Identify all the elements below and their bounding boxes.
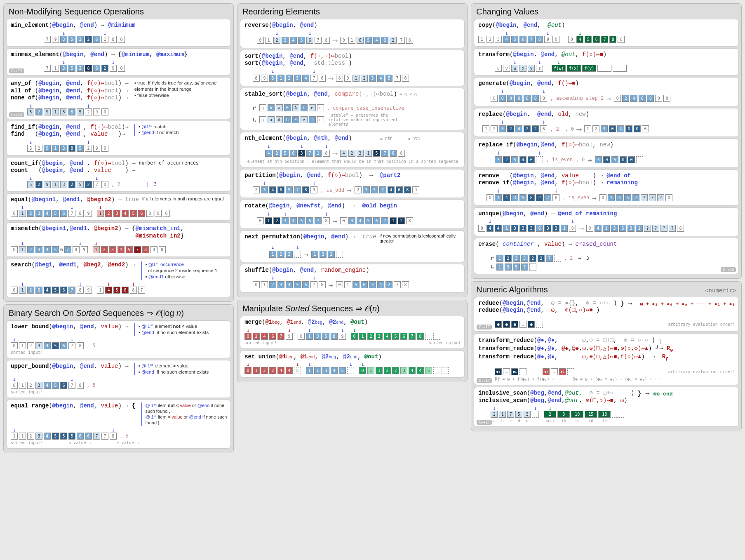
viz-min-element: ↓↓ 7935326180	[44, 36, 227, 43]
card-stable-sort: stable_sort(@begin, @end, compare(○,○)↦b…	[240, 88, 465, 131]
section-nonmodifying: Non-Modifying Sequence Operations min_el…	[3, 3, 234, 302]
card-erase: erase( container , value) → erased_count…	[474, 238, 739, 274]
card-inclusive-scan: inclusive_scan(@beg,@end,@out, ⊕ = □+○ )…	[474, 387, 739, 427]
card-equal: equal(@begin1, @end1, @begin2) → true if…	[6, 193, 231, 221]
card-sort: sort(@begin, @end, f(○,○)↦bool) sort(@be…	[240, 50, 465, 86]
card-transform: transform(@begin, @end, @out, f(○)↦■) ↓↓…	[474, 48, 739, 76]
card-minmax-element: minmax_element(@begin, @end) → {@minimum…	[6, 48, 231, 76]
card-equal-range: equal_range(@begin, @end, value) → { @ 1…	[6, 400, 231, 449]
col-left: Non-Modifying Sequence Operations min_el…	[3, 3, 234, 453]
card-min-element: min_element(@begin, @end) → @minimum ↓↓ …	[6, 19, 231, 47]
section-title: Non-Modifying Sequence Operations	[6, 6, 231, 19]
section-changing-values: Changing Values copy(@begin, @end, @out)…	[471, 3, 742, 279]
cheatsheet: Non-Modifying Sequence Operations min_el…	[3, 3, 742, 453]
card-count: count_if(@begin, @end , f(○)↦bool) → cou…	[6, 157, 231, 192]
card-find: find_if(@begin, @end , f(○)↦bool)→ find …	[6, 121, 231, 155]
card-reverse: reverse(@begin, @end) ↓↓ 012345678 ⟶ 016…	[240, 19, 465, 48]
note-true: true, if f yields true for any, all or n…	[134, 80, 217, 92]
card-unique: unique(@begin, @end) → @end_of_remaining…	[474, 207, 739, 237]
card-any-all-none: any_of (@begin, @end, f(○)↦bool) → all_o…	[6, 77, 231, 119]
col-mid: Reordering Elements reverse(@begin, @end…	[237, 3, 468, 453]
card-merge: merge(@1beg, @1end, @2beg, @2end, @out) …	[240, 316, 465, 349]
section-binsearch: Binary Search On Sorted Sequences ⇒ 𝒪(lo…	[3, 304, 234, 453]
card-replace-if: replace_if(@begin,@end, f(○)↦bool, new) …	[474, 139, 739, 168]
col-right: Changing Values copy(@begin, @end, @out)…	[471, 3, 742, 453]
card-rotate: rotate(@begin, @newfst, @end) → @old_beg…	[240, 200, 465, 229]
tag-cpp11: C++11	[9, 68, 24, 73]
card-replace: replace(@begin, @end, old, new) ↓↓ 12324…	[474, 108, 739, 137]
card-search: search(@beg1, @end1, @beg2, @end2) → ▪ @…	[6, 259, 231, 297]
card-copy: copy(@begin, @end, @out) ↓↓ 1234567890 ↓…	[474, 19, 739, 47]
card-nth-element: nth_element(@begin, @nth, @end) ≤ nth ≥ …	[240, 132, 465, 167]
section-numeric: Numeric Algorithms<numeric> reduce(@begi…	[471, 281, 742, 432]
card-generate: generate(@begin, @end, f()↦■) ↓↓ 0000000…	[474, 77, 739, 106]
card-shuffle: shuffle(@begin, @end, random_engine) ↓↓ …	[240, 264, 465, 293]
section-manipulate-sorted: Manipulate Sorted Sequences ⇒ 𝒪(n) merge…	[237, 300, 468, 382]
card-next-permutation: next_permutation(@begin, @end) → true if…	[240, 231, 465, 262]
card-reduce: reduce(@begin,@end, ω = ●{}, ⊕ = ○+○ ) r…	[474, 297, 739, 332]
section-reordering: Reordering Elements reverse(@begin, @end…	[237, 3, 468, 297]
card-partition: partition(@begin, @end, f(○)↦bool) → @pa…	[240, 169, 465, 198]
card-transform-reduce: transform_reduce(@●,@●, ω,⊕ = □+□, ⊗ = ○…	[474, 333, 739, 386]
card-upper-bound: upper_bound(@begin, @end, value) → ▪ @ 1…	[6, 360, 231, 398]
card-mismatch: mismatch(@begin1,@end1, @begin2) → {@mis…	[6, 222, 231, 257]
card-lower-bound: lower_bound(@begin, @end, value) → ▪ @ 1…	[6, 320, 231, 358]
card-set-union: set_union(@1beg, @1end, @2beg, @2end, @o…	[240, 351, 465, 378]
card-remove: remove (@begin, @end, value ) → @end_of_…	[474, 169, 739, 206]
